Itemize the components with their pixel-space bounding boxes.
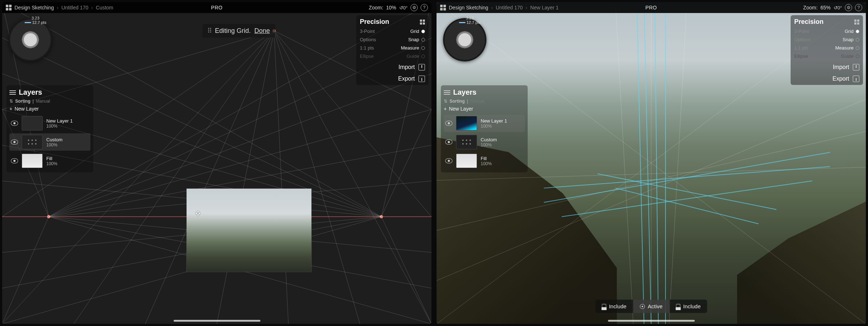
edit-grid-notice: ⠿ Editing Grid. Done (202, 24, 275, 38)
export-icon (418, 76, 425, 82)
radio-icon[interactable] (421, 46, 425, 50)
include-left-button[interactable]: Include (595, 300, 633, 313)
radio-icon (421, 55, 425, 58)
target-icon (640, 304, 645, 309)
svg-line-48 (655, 2, 658, 324)
sorting-mode[interactable]: Manual (470, 99, 484, 104)
breadcrumb-doc[interactable]: Untitled 170 (61, 5, 89, 10)
imported-photo[interactable] (187, 189, 311, 272)
svg-line-55 (597, 174, 776, 210)
svg-line-43 (669, 2, 687, 324)
precision-row-snap[interactable]: Options Snap (360, 37, 425, 42)
breadcrumb-layer[interactable]: New Layer 1 (530, 5, 559, 10)
svg-line-50 (637, 2, 644, 324)
radio-icon[interactable] (856, 30, 859, 33)
drag-grip-icon[interactable]: ⠿ (207, 27, 211, 35)
radio-icon[interactable] (421, 30, 425, 33)
gear-icon[interactable]: ⚙ (845, 4, 852, 11)
radio-icon[interactable] (856, 38, 859, 42)
rotation-value[interactable]: ↺0° (399, 5, 408, 10)
brush-size-readout: 3.23 12.7 pts (459, 16, 481, 25)
home-indicator[interactable] (174, 320, 260, 322)
precision-row-measure[interactable]: 1:1 pts Measure (794, 45, 859, 51)
plus-icon: + (9, 106, 12, 112)
layer-opacity: 100% (481, 124, 507, 129)
import-button[interactable]: Import (794, 64, 859, 70)
export-button[interactable]: Export (360, 76, 425, 82)
layer-opacity: 100% (46, 124, 73, 129)
export-icon (853, 76, 859, 82)
visibility-eye-icon[interactable] (445, 121, 452, 126)
zoom-value[interactable]: 10% (386, 5, 396, 10)
panel-grip-icon[interactable] (854, 20, 859, 25)
precision-row-grid[interactable]: 3-Point Grid (360, 29, 425, 34)
precision-row-grid[interactable]: 3-Point Grid (794, 29, 859, 34)
zoom-value[interactable]: 65% (821, 5, 831, 10)
sort-toggle-icon[interactable]: ⇅ (9, 99, 13, 104)
layer-row[interactable]: New Layer 1 100% (9, 115, 90, 132)
precision-row-measure[interactable]: 1:1 pts Measure (360, 45, 425, 51)
precision-panel: Precision 3-Point Grid Options Snap 1:1 … (356, 15, 429, 85)
layer-name: New Layer 1 (481, 118, 507, 124)
breadcrumb-doc[interactable]: Untitled 170 (496, 5, 523, 10)
sorting-label[interactable]: Sorting (450, 99, 465, 104)
hamburger-icon[interactable] (444, 90, 450, 95)
visibility-eye-icon[interactable] (11, 121, 18, 126)
layers-panel: Layers ⇅ Sorting | Manual + New Layer Ne… (7, 85, 93, 172)
svg-line-47 (644, 2, 651, 324)
visibility-eye-icon[interactable] (445, 158, 452, 163)
include-right-button[interactable]: Include (669, 300, 707, 313)
visibility-eye-icon[interactable] (445, 140, 452, 145)
layer-row[interactable]: Custom 100% (9, 133, 90, 151)
layer-row[interactable]: New Layer 1 100% (444, 115, 525, 132)
svg-line-32 (274, 31, 289, 324)
svg-line-15 (2, 217, 49, 324)
layer-row[interactable]: Custom 100% (444, 133, 525, 151)
apps-grid-icon[interactable] (440, 5, 446, 10)
breadcrumb-app[interactable]: Design Sketching (449, 5, 488, 10)
layer-row[interactable]: Fill 100% (9, 152, 90, 170)
sorting-label[interactable]: Sorting (15, 99, 30, 104)
radio-icon (856, 55, 859, 58)
sort-toggle-icon[interactable]: ⇅ (444, 99, 447, 104)
brush-hub[interactable] (24, 33, 37, 46)
done-button[interactable]: Done (254, 27, 270, 35)
help-icon[interactable]: ? (855, 4, 862, 11)
layers-title: Layers (19, 88, 42, 96)
svg-line-52 (544, 152, 830, 202)
rotation-value[interactable]: ↺0° (834, 5, 842, 10)
visibility-eye-icon[interactable] (11, 158, 18, 163)
layer-opacity: 100% (481, 161, 492, 166)
sorting-mode[interactable]: Manual (36, 99, 50, 104)
visibility-eye-icon[interactable] (11, 140, 18, 145)
new-layer-button[interactable]: + New Layer (9, 106, 90, 112)
breadcrumb-layer[interactable]: Custom (96, 5, 113, 10)
layer-row[interactable]: Fill 100% (444, 152, 525, 170)
chevron-right-icon: › (491, 5, 493, 10)
precision-row-snap[interactable]: Options Snap (794, 37, 859, 42)
brush-hub[interactable] (458, 33, 471, 46)
layer-name: Custom (46, 137, 63, 142)
breadcrumb-app[interactable]: Design Sketching (14, 5, 54, 10)
svg-line-31 (217, 31, 274, 324)
brush-size-readout: 3.23 12.7 pts (25, 16, 46, 25)
new-layer-button[interactable]: + New Layer (444, 106, 525, 112)
export-button[interactable]: Export (794, 76, 859, 82)
active-button[interactable]: Active (633, 300, 669, 313)
tool-wheel[interactable] (9, 18, 52, 61)
apps-grid-icon[interactable] (6, 5, 12, 10)
radio-icon[interactable] (856, 46, 859, 50)
gear-icon[interactable]: ⚙ (410, 4, 418, 11)
help-icon[interactable]: ? (421, 4, 428, 11)
layers-panel: Layers ⇅ Sorting | Manual + New Layer Ne… (441, 85, 528, 172)
home-indicator[interactable] (608, 320, 695, 322)
import-icon (853, 64, 859, 70)
panel-grip-icon[interactable] (420, 20, 425, 25)
radio-icon[interactable] (421, 38, 425, 42)
tool-wheel[interactable] (443, 18, 486, 61)
import-button[interactable]: Import (360, 64, 425, 70)
lock-icon (602, 304, 606, 309)
hamburger-icon[interactable] (9, 90, 16, 95)
svg-line-29 (74, 31, 274, 324)
layer-thumb (22, 116, 43, 130)
